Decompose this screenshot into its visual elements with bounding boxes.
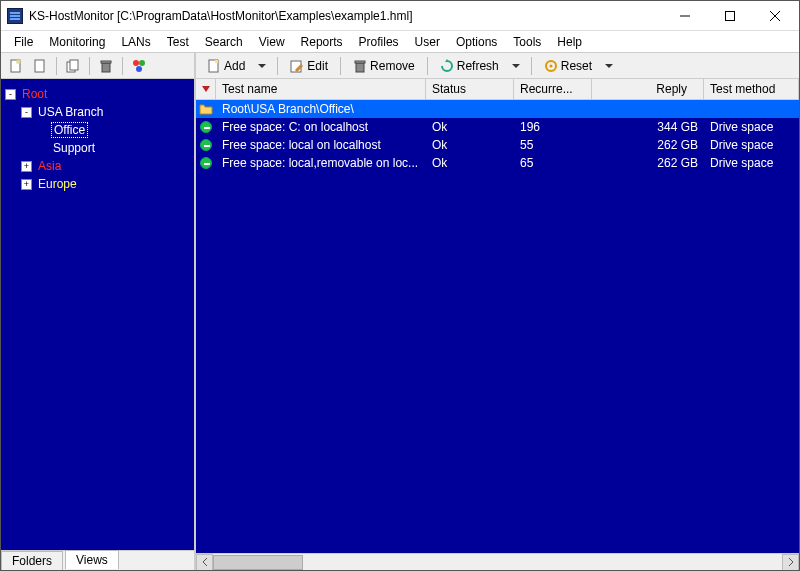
cell-method: Drive space (704, 119, 799, 135)
scrollbar-track[interactable] (213, 555, 782, 570)
tree-node-asia[interactable]: + Asia (5, 157, 190, 175)
toolbar-separator (56, 57, 57, 75)
menu-options[interactable]: Options (449, 33, 504, 51)
chevron-down-icon[interactable] (605, 64, 613, 68)
horizontal-scrollbar[interactable] (196, 553, 799, 570)
tree-node-office[interactable]: Office (5, 121, 190, 139)
table-row[interactable]: Free space: local,removable on loc...Ok6… (196, 154, 799, 172)
svg-point-13 (136, 66, 142, 72)
scroll-left-button[interactable] (196, 554, 213, 571)
add-label: Add (224, 59, 245, 73)
tree-label[interactable]: Asia (36, 159, 63, 173)
svg-rect-10 (101, 61, 111, 63)
status-ok-icon (196, 138, 216, 152)
menu-bar: File Monitoring LANs Test Search View Re… (1, 31, 799, 53)
cell-name: Free space: local,removable on loc... (216, 155, 426, 171)
main-toolbar: Add Edit Remove Refresh Reset (196, 53, 799, 79)
status-ok-icon (196, 120, 216, 134)
refresh-button[interactable]: Refresh (435, 56, 504, 76)
add-button[interactable]: Add (202, 56, 250, 76)
cell-recurrences: 65 (514, 155, 592, 171)
window-title: KS-HostMonitor [C:\ProgramData\HostMonit… (29, 9, 662, 23)
menu-profiles[interactable]: Profiles (352, 33, 406, 51)
folder-tree[interactable]: - Root - USA Branch Office Support + Asi… (1, 79, 194, 550)
main-area: - Root - USA Branch Office Support + Asi… (1, 53, 799, 570)
page-icon[interactable] (29, 55, 51, 77)
tree-node-support[interactable]: Support (5, 139, 190, 157)
svg-rect-6 (35, 60, 44, 72)
maximize-button[interactable] (707, 1, 752, 30)
delete-icon[interactable] (95, 55, 117, 77)
table-row[interactable]: Free space: local on localhostOk55262 GB… (196, 136, 799, 154)
menu-monitoring[interactable]: Monitoring (42, 33, 112, 51)
cell-name: Free space: local on localhost (216, 137, 426, 153)
menu-lans[interactable]: LANs (114, 33, 157, 51)
remove-button[interactable]: Remove (348, 56, 420, 76)
palette-icon[interactable] (128, 55, 150, 77)
table-row[interactable]: Root\USA Branch\Office\ (196, 100, 799, 118)
chevron-down-icon[interactable] (258, 64, 266, 68)
cell-method: Drive space (704, 137, 799, 153)
new-file-icon[interactable] (5, 55, 27, 77)
scrollbar-thumb[interactable] (213, 555, 303, 570)
sort-indicator-column[interactable] (196, 79, 216, 99)
test-table: Test name Status Recurre... Reply Test m… (196, 79, 799, 570)
cell-name: Free space: C: on localhost (216, 119, 426, 135)
tab-views[interactable]: Views (65, 550, 119, 569)
column-recurrences[interactable]: Recurre... (514, 79, 592, 99)
edit-icon (290, 59, 304, 73)
tree-label[interactable]: Support (51, 141, 97, 155)
reset-button[interactable]: Reset (539, 56, 597, 76)
new-test-icon (207, 59, 221, 73)
tree-label[interactable]: USA Branch (36, 105, 105, 119)
cell-status: Ok (426, 155, 514, 171)
expand-toggle[interactable]: + (21, 179, 32, 190)
menu-view[interactable]: View (252, 33, 292, 51)
tree-label[interactable]: Europe (36, 177, 79, 191)
svg-rect-8 (70, 60, 78, 70)
table-row[interactable]: Free space: C: on localhostOk196344 GBDr… (196, 118, 799, 136)
chevron-down-icon[interactable] (512, 64, 520, 68)
edit-button[interactable]: Edit (285, 56, 333, 76)
expand-toggle[interactable]: - (21, 107, 32, 118)
menu-test[interactable]: Test (160, 33, 196, 51)
svg-rect-15 (215, 60, 218, 63)
tab-folders[interactable]: Folders (1, 551, 63, 570)
column-reply[interactable]: Reply (592, 79, 704, 99)
minimize-button[interactable] (662, 1, 707, 30)
tree-label-root[interactable]: Root (20, 87, 49, 101)
folder-open-icon (196, 102, 216, 116)
right-pane: Add Edit Remove Refresh Reset (196, 53, 799, 570)
trash-icon (353, 59, 367, 73)
edit-label: Edit (307, 59, 328, 73)
tree-label-selected[interactable]: Office (51, 122, 88, 138)
app-icon (7, 8, 23, 24)
svg-point-12 (139, 60, 145, 66)
table-body[interactable]: Root\USA Branch\Office\Free space: C: on… (196, 100, 799, 553)
expand-toggle[interactable]: - (5, 89, 16, 100)
close-button[interactable] (752, 1, 797, 30)
menu-file[interactable]: File (7, 33, 40, 51)
tree-node-usa-branch[interactable]: - USA Branch (5, 103, 190, 121)
menu-reports[interactable]: Reports (294, 33, 350, 51)
copy-icon[interactable] (62, 55, 84, 77)
menu-help[interactable]: Help (550, 33, 589, 51)
toolbar-separator (531, 57, 532, 75)
toolbar-separator (89, 57, 90, 75)
column-test-method[interactable]: Test method (704, 79, 799, 99)
tree-root[interactable]: - Root (5, 85, 190, 103)
column-status[interactable]: Status (426, 79, 514, 99)
menu-user[interactable]: User (408, 33, 447, 51)
menu-search[interactable]: Search (198, 33, 250, 51)
tree-node-europe[interactable]: + Europe (5, 175, 190, 193)
menu-tools[interactable]: Tools (506, 33, 548, 51)
svg-rect-9 (102, 63, 110, 72)
status-ok-icon (196, 156, 216, 170)
reset-label: Reset (561, 59, 592, 73)
expand-toggle[interactable]: + (21, 161, 32, 172)
cell-recurrences (514, 108, 592, 110)
remove-label: Remove (370, 59, 415, 73)
scroll-right-button[interactable] (782, 554, 799, 571)
column-test-name[interactable]: Test name (216, 79, 426, 99)
refresh-label: Refresh (457, 59, 499, 73)
